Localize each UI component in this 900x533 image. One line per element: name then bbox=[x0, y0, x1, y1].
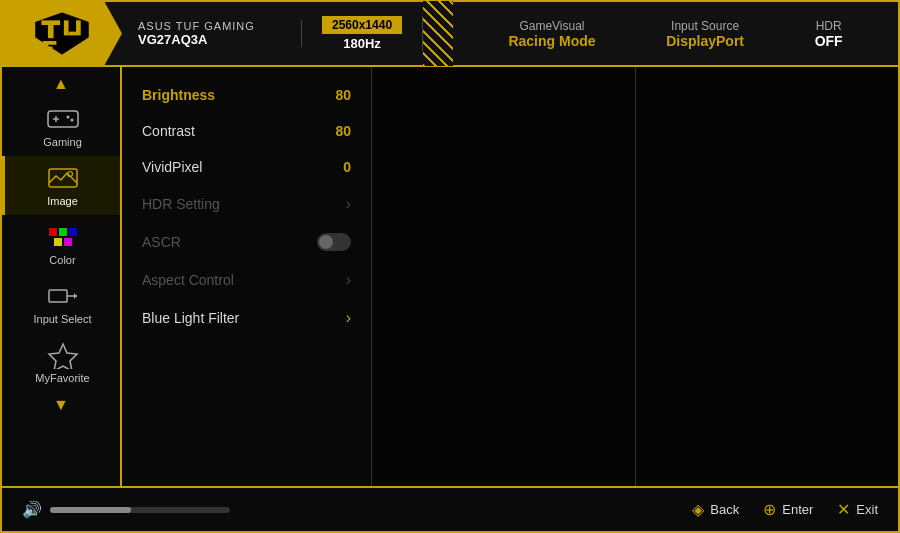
menu-item-blue-light-filter[interactable]: Blue Light Filter › bbox=[122, 299, 371, 337]
sidebar-item-input-select[interactable]: Input Select bbox=[2, 274, 120, 333]
svg-rect-4 bbox=[69, 32, 77, 36]
sidebar-item-myfavorite[interactable]: MyFavorite bbox=[2, 333, 120, 392]
svg-rect-16 bbox=[49, 228, 57, 236]
screen: ASUS TUF GAMING VG27AQ3A 2560x1440 180Hz… bbox=[0, 0, 900, 533]
svg-point-13 bbox=[70, 119, 73, 122]
volume-area: 🔊 bbox=[22, 500, 692, 519]
sidebar: ▲ Gaming bbox=[2, 67, 122, 486]
ascr-knob bbox=[319, 235, 333, 249]
input-source-info: Input Source DisplayPort bbox=[666, 19, 744, 49]
input-value: DisplayPort bbox=[666, 33, 744, 49]
volume-icon: 🔊 bbox=[22, 500, 42, 519]
back-button[interactable]: ◈ Back bbox=[692, 500, 739, 519]
right-area bbox=[636, 67, 899, 486]
contrast-label: Contrast bbox=[142, 123, 195, 139]
svg-rect-1 bbox=[41, 20, 60, 25]
hdr-value: OFF bbox=[815, 33, 843, 49]
menu-panel: Brightness 80 Contrast 80 VividPixel 0 H… bbox=[122, 67, 372, 486]
sidebar-label-myfavorite: MyFavorite bbox=[35, 372, 89, 384]
ascr-toggle bbox=[317, 233, 351, 251]
sidebar-label-image: Image bbox=[47, 195, 78, 207]
resolution-badge: 2560x1440 bbox=[322, 16, 402, 34]
enter-label: Enter bbox=[782, 502, 813, 517]
volume-bar-bg bbox=[50, 507, 230, 513]
hdr-info: HDR OFF bbox=[815, 19, 843, 49]
nav-controls: ◈ Back ⊕ Enter ✕ Exit bbox=[692, 500, 878, 519]
gamevisual-value: Racing Mode bbox=[508, 33, 595, 49]
svg-rect-3 bbox=[64, 20, 69, 35]
hdr-setting-label: HDR Setting bbox=[142, 196, 220, 212]
brightness-value: 80 bbox=[335, 87, 351, 103]
svg-rect-19 bbox=[54, 238, 62, 246]
bottom-bar: 🔊 ◈ Back ⊕ Enter ✕ Exit bbox=[2, 486, 898, 531]
svg-rect-18 bbox=[69, 228, 77, 236]
back-label: Back bbox=[710, 502, 739, 517]
menu-item-contrast[interactable]: Contrast 80 bbox=[122, 113, 371, 149]
brightness-label: Brightness bbox=[142, 87, 215, 103]
exit-label: Exit bbox=[856, 502, 878, 517]
menu-item-hdr-setting: HDR Setting › bbox=[122, 185, 371, 223]
svg-marker-24 bbox=[49, 344, 77, 369]
volume-bar-fill bbox=[50, 507, 131, 513]
menu-item-brightness[interactable]: Brightness 80 bbox=[122, 77, 371, 113]
gamevisual-info: GameVisual Racing Mode bbox=[508, 19, 595, 49]
blue-light-filter-arrow: › bbox=[346, 309, 351, 327]
logo-area bbox=[2, 1, 122, 66]
contrast-value: 80 bbox=[335, 123, 351, 139]
aspect-control-label: Aspect Control bbox=[142, 272, 234, 288]
sidebar-item-gaming[interactable]: Gaming bbox=[2, 97, 120, 156]
gamevisual-label: GameVisual bbox=[519, 19, 584, 33]
back-icon: ◈ bbox=[692, 500, 704, 519]
color-icon bbox=[45, 223, 81, 251]
gaming-icon bbox=[45, 105, 81, 133]
image-icon bbox=[45, 164, 81, 192]
content-area bbox=[372, 67, 636, 486]
exit-button[interactable]: ✕ Exit bbox=[837, 500, 878, 519]
myfavorite-icon bbox=[45, 341, 81, 369]
svg-marker-23 bbox=[74, 293, 77, 299]
enter-icon: ⊕ bbox=[763, 500, 776, 519]
top-bar: ASUS TUF GAMING VG27AQ3A 2560x1440 180Hz… bbox=[2, 2, 898, 67]
monitor-brand: ASUS TUF GAMING bbox=[138, 20, 285, 32]
svg-rect-17 bbox=[59, 228, 67, 236]
enter-button[interactable]: ⊕ Enter bbox=[763, 500, 813, 519]
menu-item-vividpixel[interactable]: VividPixel 0 bbox=[122, 149, 371, 185]
blue-light-filter-label: Blue Light Filter bbox=[142, 310, 239, 326]
tuf-logo bbox=[32, 11, 92, 56]
svg-rect-8 bbox=[43, 47, 52, 50]
sidebar-label-color: Color bbox=[49, 254, 75, 266]
sidebar-item-color[interactable]: Color bbox=[2, 215, 120, 274]
sidebar-down-arrow[interactable]: ▼ bbox=[49, 392, 73, 418]
svg-rect-5 bbox=[76, 20, 81, 35]
monitor-info: ASUS TUF GAMING VG27AQ3A bbox=[122, 20, 302, 47]
menu-item-ascr: ASCR bbox=[122, 223, 371, 261]
hdr-setting-arrow: › bbox=[346, 195, 351, 213]
refresh-rate: 180Hz bbox=[343, 36, 381, 51]
main-content: ▲ Gaming bbox=[2, 67, 898, 486]
svg-rect-9 bbox=[48, 111, 78, 127]
vividpixel-label: VividPixel bbox=[142, 159, 202, 175]
resolution-area: 2560x1440 180Hz bbox=[302, 16, 423, 51]
menu-item-aspect-control: Aspect Control › bbox=[122, 261, 371, 299]
input-select-icon bbox=[45, 282, 81, 310]
sidebar-item-image[interactable]: Image bbox=[2, 156, 120, 215]
input-label: Input Source bbox=[671, 19, 739, 33]
hdr-label: HDR bbox=[816, 19, 842, 33]
exit-x-icon: ✕ bbox=[837, 500, 850, 519]
top-info-items: GameVisual Racing Mode Input Source Disp… bbox=[453, 19, 898, 49]
svg-rect-20 bbox=[64, 238, 72, 246]
svg-rect-2 bbox=[48, 25, 54, 38]
svg-rect-21 bbox=[49, 290, 67, 302]
svg-point-12 bbox=[66, 116, 69, 119]
sidebar-label-gaming: Gaming bbox=[43, 136, 82, 148]
ascr-label: ASCR bbox=[142, 234, 181, 250]
svg-rect-7 bbox=[43, 41, 56, 45]
vividpixel-value: 0 bbox=[343, 159, 351, 175]
sidebar-label-input-select: Input Select bbox=[33, 313, 91, 325]
monitor-model: VG27AQ3A bbox=[138, 32, 285, 47]
diagonal-pattern bbox=[423, 1, 453, 66]
aspect-control-arrow: › bbox=[346, 271, 351, 289]
sidebar-up-arrow[interactable]: ▲ bbox=[49, 71, 73, 97]
